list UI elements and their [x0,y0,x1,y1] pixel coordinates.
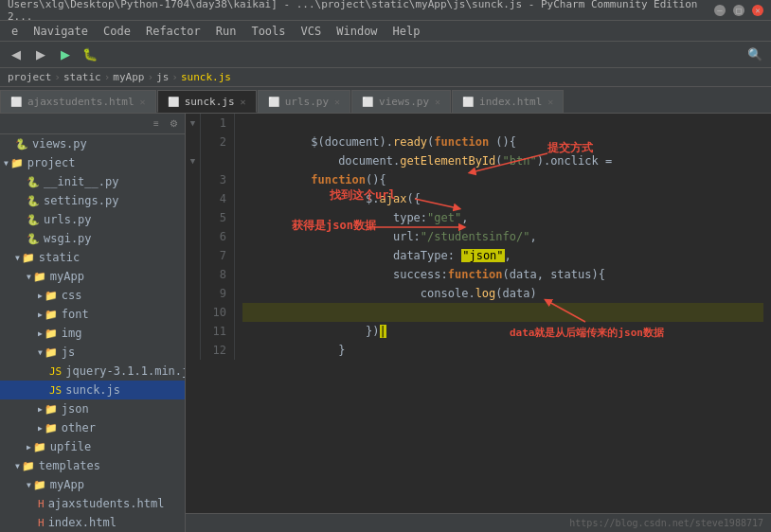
sidebar-label: jquery-3.1.1.min.js [65,364,185,378]
menu-refactor[interactable]: Refactor [138,23,208,40]
toolbar-run[interactable]: ▶ [55,44,76,65]
sidebar-label: sunck.js [65,383,120,397]
expand-icon: ▼ [15,254,20,262]
html-icon: H [38,517,45,529]
js-icon: JS [49,365,62,378]
breadcrumb-js[interactable]: js [156,71,169,83]
menu-file[interactable]: e [4,23,26,40]
menu-tools[interactable]: Tools [243,23,293,40]
folder-icon: 📁 [22,252,35,264]
tab-sunck[interactable]: ⬜ sunck.js ✕ [157,90,257,113]
title-bar: Users\xlg\Desktop\Python-1704\day38\kaik… [0,0,771,21]
editor-area: ▼ ▼ 1 2 3 4 5 [186,114,771,360]
breadcrumb-project[interactable]: project [8,71,51,83]
sidebar-item-ajaxstudents[interactable]: H ajaxstudents.html [0,494,185,513]
folder-icon: 📁 [45,309,58,321]
gutter-4 [186,189,200,208]
sidebar-item-other[interactable]: ▶ 📁 other [0,418,185,437]
toolbar-search[interactable]: 🔍 [744,44,765,65]
sidebar-item-myapp-templates[interactable]: ▼ 📁 myApp [0,475,185,494]
sidebar-item-font[interactable]: ▶ 📁 font [0,305,185,324]
toolbar-debug[interactable]: 🐛 [80,44,100,65]
sidebar-item-jquery[interactable]: JS jquery-3.1.1.min.js [0,362,185,381]
sidebar-item-js[interactable]: ▼ 📁 js [0,343,185,362]
gutter-5 [186,208,200,227]
gutter-func: ▼ [186,151,200,170]
sidebar-item-css[interactable]: ▶ 📁 css [0,286,185,305]
sidebar-label: __init__.py [44,175,118,188]
toolbar-btn-1[interactable]: ◀ [6,44,27,65]
sidebar-label: wsgi.py [44,232,92,245]
sidebar-label: css [62,289,82,302]
main-area: ≡ ⚙ 🐍 views.py ▼ 📁 project 🐍 __init__.py… [0,114,771,532]
code-line-2: document.getElementById("btn").onclick = [242,133,763,151]
sidebar-item-img[interactable]: ▶ 📁 img [0,324,185,343]
py-icon: 🐍 [27,176,40,188]
sidebar-item-sunck[interactable]: JS sunck.js [0,381,185,399]
html-icon: H [38,498,45,510]
py-icon: 🐍 [27,195,40,207]
maximize-btn[interactable]: □ [733,5,744,16]
gutter-12 [186,341,200,360]
code-line-10: })| [242,303,763,322]
sidebar-item-json[interactable]: ▶ 📁 json [0,399,185,418]
sidebar-label: json [62,402,89,416]
sidebar-item-static[interactable]: ▼ 📁 static [0,248,185,267]
sidebar-item-settings[interactable]: 🐍 settings.py [0,191,185,210]
code-line-6: dataType: "json", [242,227,763,246]
menu-bar: e Navigate Code Refactor Run Tools VCS W… [0,21,771,42]
sidebar-settings[interactable]: ⚙ [166,116,181,132]
code-line-7: success:function(data, status){ [242,246,763,265]
expand-icon: ▶ [27,443,31,452]
tab-close-index[interactable]: ✕ [547,97,553,107]
gutter-6 [186,227,200,246]
gutter-2 [186,133,200,151]
tab-index[interactable]: ⬜ index.html ✕ [452,90,564,113]
code-editor[interactable]: $(document).ready(function (){ document.… [235,114,771,360]
sidebar-item-wsgi[interactable]: 🐍 wsgi.py [0,229,185,248]
sidebar-item-project[interactable]: ▼ 📁 project [0,153,185,172]
sidebar-item-init[interactable]: 🐍 __init__.py [0,172,185,191]
expand-icon: ▼ [4,159,9,168]
tab-close-views[interactable]: ✕ [435,97,440,107]
toolbar: ◀ ▶ ▶ 🐛 🔍 [0,42,771,68]
toolbar-btn-2[interactable]: ▶ [30,44,51,65]
code-line-func: function(){ [242,151,763,170]
menu-window[interactable]: Window [329,23,385,40]
menu-vcs[interactable]: VCS [294,23,330,40]
py-icon: 🐍 [27,233,40,245]
sidebar-label: settings.py [44,194,118,207]
tab-views[interactable]: ⬜ views.py ✕ [351,90,451,113]
minimize-btn[interactable]: — [714,5,726,16]
sidebar-toolbar: ≡ ⚙ [0,114,185,134]
folder-icon: 📁 [45,346,58,359]
tab-ajaxstudents[interactable]: ⬜ ajaxstudents.html ✕ [0,90,156,113]
tab-close-urls[interactable]: ✕ [334,97,340,107]
breadcrumb-static[interactable]: static [63,71,101,83]
expand-icon: ▶ [38,424,43,433]
window-controls[interactable]: — □ ✕ [714,5,763,16]
close-btn[interactable]: ✕ [752,5,763,16]
sidebar-item-views-top[interactable]: 🐍 views.py [0,134,185,153]
sidebar-collapse[interactable]: ≡ [149,116,164,132]
breadcrumb-myapp[interactable]: myApp [113,71,144,83]
sidebar-item-myapp-static[interactable]: ▼ 📁 myApp [0,267,185,286]
sidebar-item-urls[interactable]: 🐍 urls.py [0,210,185,229]
menu-code[interactable]: Code [96,23,138,40]
folder-icon: 📁 [45,290,58,302]
menu-navigate[interactable]: Navigate [26,23,96,40]
menu-run[interactable]: Run [208,23,244,40]
sidebar-label: font [62,308,89,321]
sidebar-item-upfile[interactable]: ▶ 📁 upfile [0,437,185,456]
gutter-3 [186,170,200,189]
folder-icon: 📁 [10,157,24,169]
tab-close-ajaxstudents[interactable]: ✕ [140,97,146,107]
sidebar-item-templates[interactable]: ▼ 📁 templates [0,456,185,475]
sidebar-item-index[interactable]: H index.html [0,513,185,532]
menu-help[interactable]: Help [386,23,428,40]
tab-urls[interactable]: ⬜ urls.py ✕ [258,90,350,113]
tab-close-sunck[interactable]: ✕ [241,97,246,107]
js-icon: JS [49,384,62,397]
gutter-1: ▼ [186,114,200,133]
breadcrumb-file[interactable]: sunck.js [181,71,231,83]
